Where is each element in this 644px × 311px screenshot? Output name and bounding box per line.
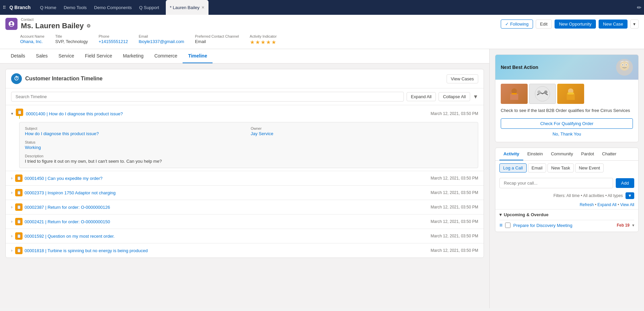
case-header-6[interactable]: › 📋 00001818 | Turbine is spinning but n… bbox=[6, 243, 484, 258]
collapse-all-button[interactable]: Collapse All bbox=[439, 92, 470, 101]
svg-rect-12 bbox=[567, 94, 575, 100]
case-link-1[interactable]: 00001450 | Can you expedite my order? bbox=[25, 176, 428, 181]
case-link-2[interactable]: 00002373 | Inspiron 1750 Adaptor not cha… bbox=[25, 190, 428, 195]
chevron-right-icon-4[interactable]: › bbox=[11, 219, 12, 224]
search-timeline-input[interactable] bbox=[11, 92, 404, 102]
chevron-right-icon-1[interactable]: › bbox=[11, 176, 12, 181]
case-header-3[interactable]: › 📋 00002387 | Return for order: O-00000… bbox=[6, 200, 484, 214]
admin-icon[interactable]: ⚙ bbox=[86, 23, 91, 29]
pencil-icon[interactable]: ✏ bbox=[637, 4, 641, 11]
tab-sales[interactable]: Sales bbox=[31, 49, 53, 63]
activity-tab-pardot[interactable]: Pardot bbox=[577, 148, 598, 160]
nav-link-demo-components[interactable]: Demo Components bbox=[91, 5, 135, 10]
chevron-right-icon-3[interactable]: › bbox=[11, 205, 12, 209]
edit-button[interactable]: Edit bbox=[536, 20, 552, 29]
tab-field-service[interactable]: Field Service bbox=[80, 49, 118, 63]
task-chevron-0[interactable]: ▾ bbox=[632, 223, 634, 228]
activity-indicator-label: Activity Indicator bbox=[250, 34, 277, 38]
case-date-3: March 12, 2021, 03:50 PM bbox=[431, 205, 478, 209]
check-qualifying-order-button[interactable]: Check For Qualifying Order bbox=[501, 118, 633, 129]
grid-icon[interactable]: ⠿ bbox=[3, 5, 6, 10]
title-label: Title bbox=[55, 34, 88, 38]
expand-all-link[interactable]: Expand All bbox=[598, 202, 617, 207]
timeline-controls: Expand All Collapse All ▼ bbox=[6, 88, 484, 105]
tab-commerce[interactable]: Commerce bbox=[149, 49, 183, 63]
nav-tab-lauren[interactable]: * Lauren Bailey ✕ bbox=[166, 0, 209, 15]
view-all-link[interactable]: View All bbox=[620, 202, 634, 207]
view-cases-button[interactable]: View Cases bbox=[447, 74, 478, 83]
new-case-button[interactable]: New Case bbox=[599, 20, 628, 29]
case-link-4[interactable]: 00002421 | Return for order: O-000000015… bbox=[25, 219, 428, 224]
recap-input[interactable] bbox=[499, 178, 613, 188]
case-header-2[interactable]: › 📋 00002373 | Inspiron 1750 Adaptor not… bbox=[6, 186, 484, 200]
upcoming-header[interactable]: ▾ Upcoming & Overdue bbox=[499, 212, 634, 220]
task-checkbox-0[interactable] bbox=[505, 223, 510, 228]
chevron-down-icon-0[interactable]: ▾ bbox=[11, 111, 13, 116]
timeline-item-3: › 📋 00002387 | Return for order: O-00000… bbox=[6, 200, 484, 214]
description-value: I tried to figure it out on my own, but … bbox=[25, 159, 472, 164]
tab-timeline[interactable]: Timeline bbox=[183, 49, 213, 63]
case-link-5[interactable]: 00001592 | Question on my most recent or… bbox=[25, 234, 428, 239]
right-panel: Next Best Action bbox=[489, 49, 644, 308]
svg-rect-6 bbox=[510, 94, 518, 100]
activity-tab-activity[interactable]: Activity bbox=[499, 148, 523, 160]
expand-all-button[interactable]: Expand All bbox=[407, 92, 436, 101]
case-link-3[interactable]: 00002387 | Return for order: O-000000012… bbox=[25, 205, 428, 210]
new-opportunity-button[interactable]: New Opportunity bbox=[555, 20, 596, 29]
timeline-icon: ⏱ bbox=[11, 73, 22, 84]
activity-tab-community[interactable]: Community bbox=[547, 148, 577, 160]
task-link-0[interactable]: Prepare for Discovery Meeting bbox=[513, 223, 614, 228]
filter-funnel-button[interactable]: ▼ bbox=[626, 192, 634, 199]
sub-tab-new-event[interactable]: New Event bbox=[575, 163, 604, 172]
case-header-4[interactable]: › 📋 00002421 | Return for order: O-00000… bbox=[6, 215, 484, 229]
nba-header: Next Best Action bbox=[495, 55, 638, 80]
email-value[interactable]: lboyle1337@gmail.com bbox=[139, 39, 184, 44]
svg-rect-7 bbox=[512, 93, 517, 94]
tab-details[interactable]: Details bbox=[5, 49, 31, 63]
case-header-1[interactable]: › 📋 00001450 | Can you expedite my order… bbox=[6, 171, 484, 185]
activity-tab-einstein[interactable]: Einstein bbox=[523, 148, 547, 160]
phone-value[interactable]: +14155551212 bbox=[99, 39, 128, 44]
case-icon-4: 📋 bbox=[15, 218, 23, 225]
chevron-right-icon-2[interactable]: › bbox=[11, 190, 12, 195]
case-link-6[interactable]: 00001818 | Turbine is spinning but no en… bbox=[25, 248, 428, 253]
sub-tab-log-call[interactable]: Log a Call bbox=[499, 163, 527, 172]
sub-tab-new-task[interactable]: New Task bbox=[547, 163, 574, 172]
status-value[interactable]: Working bbox=[25, 145, 247, 150]
case-detail-0: Subject How do I diagnose this product i… bbox=[19, 122, 478, 168]
chevron-right-icon-6[interactable]: › bbox=[11, 248, 12, 253]
owner-value[interactable]: Jay Service bbox=[251, 131, 473, 136]
chevron-right-icon-5[interactable]: › bbox=[11, 234, 12, 238]
subject-value[interactable]: How do I diagnose this product issue? bbox=[25, 131, 247, 136]
case-date-5: March 12, 2021, 03:50 PM bbox=[431, 234, 478, 238]
record-name: Ms. Lauren Bailey bbox=[21, 22, 84, 30]
case-header-5[interactable]: › 📋 00001592 | Question on my most recen… bbox=[6, 229, 484, 243]
tab-marketing[interactable]: Marketing bbox=[117, 49, 149, 63]
svg-point-5 bbox=[512, 88, 517, 94]
status-label: Status bbox=[25, 140, 247, 144]
activity-tab-chatter[interactable]: Chatter bbox=[598, 148, 620, 160]
no-thanks-button[interactable]: No, Thank You bbox=[501, 131, 633, 137]
timeline-header: ⏱ Customer Interaction Timeline View Cas… bbox=[6, 69, 484, 88]
svg-rect-13 bbox=[567, 92, 574, 94]
nav-link-support[interactable]: Q Support bbox=[136, 5, 162, 10]
close-tab-icon[interactable]: ✕ bbox=[201, 5, 204, 10]
refresh-link[interactable]: Refresh bbox=[580, 202, 594, 207]
actions-dropdown[interactable]: ▾ bbox=[630, 20, 639, 29]
tab-service[interactable]: Service bbox=[53, 49, 80, 63]
filter-icon[interactable]: ▼ bbox=[473, 94, 478, 100]
account-name-value[interactable]: Ohana, Inc. bbox=[20, 39, 44, 44]
owner-label: Owner bbox=[251, 126, 473, 130]
add-button[interactable]: Add bbox=[616, 178, 634, 188]
case-link-0[interactable]: 00001400 | How do I diagnose this produc… bbox=[26, 111, 428, 116]
sub-tab-email[interactable]: Email bbox=[528, 163, 546, 172]
upcoming-item-0: ≡ Prepare for Discovery Meeting Feb 19 ▾ bbox=[499, 220, 634, 230]
filters-row: Filters: All time • All activities • All… bbox=[495, 191, 638, 202]
activity-tabs: Activity Einstein Community Pardot Chatt… bbox=[495, 148, 638, 161]
nav-link-demo-tools[interactable]: Demo Tools bbox=[60, 5, 90, 10]
following-button[interactable]: ✓ Following bbox=[501, 20, 533, 29]
nav-link-home[interactable]: Q Home bbox=[37, 5, 60, 10]
nba-title: Next Best Action bbox=[501, 65, 538, 70]
timeline-item-2: › 📋 00002373 | Inspiron 1750 Adaptor not… bbox=[6, 185, 484, 200]
case-header-0[interactable]: ▾ 📋 00001400 | How do I diagnose this pr… bbox=[6, 105, 484, 122]
